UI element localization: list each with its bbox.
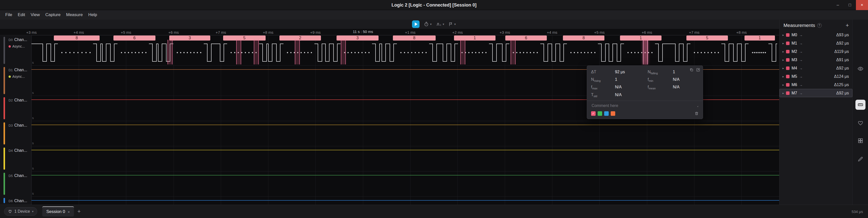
measurement-value: Δ124 μs — [834, 74, 849, 79]
menu-help[interactable]: Help — [86, 10, 100, 20]
measurement-row-m7[interactable]: ▸M7→Δ92 μs — [779, 89, 852, 97]
measurement-region-m2[interactable] — [254, 40, 259, 64]
timeline-ruler[interactable]: +3 ms+4 ms+5 ms+6 ms+7 ms+8 ms+9 ms11 s … — [0, 29, 779, 35]
start-capture-button[interactable] — [412, 20, 420, 28]
measurement-id: M5 — [792, 74, 797, 79]
analyzers-button[interactable] — [856, 136, 866, 146]
scale-mark: s — [32, 167, 34, 170]
channel-label-d0[interactable]: D0Chan...Async... — [0, 35, 31, 65]
measurement-region-m1[interactable] — [236, 40, 241, 64]
menu-edit[interactable]: Edit — [15, 10, 28, 20]
chevron-right-icon[interactable]: ▸ — [782, 33, 784, 37]
close-tab-icon[interactable]: × — [68, 210, 70, 214]
analyzer-data-bubble[interactable]: 5 — [223, 35, 266, 40]
device-selector[interactable]: 1 Device ▾ — [4, 207, 37, 216]
menu-file[interactable]: File — [2, 10, 15, 20]
channel-label-d5[interactable]: D5Chan... — [0, 171, 31, 196]
device-label: 1 Device — [14, 209, 30, 214]
add-session-button[interactable]: + — [78, 209, 81, 214]
menu-measure[interactable]: Measure — [63, 10, 86, 20]
tab-session-0[interactable]: Session 0 × — [42, 207, 74, 217]
measurement-row-m0[interactable]: ▸M0→Δ93 μs — [779, 31, 852, 39]
trash-icon — [694, 111, 699, 115]
color-swatch-2[interactable] — [604, 111, 609, 116]
notes-button[interactable] — [856, 154, 866, 164]
analyzer-data-bubble[interactable]: 1 — [620, 35, 661, 40]
chevron-right-icon[interactable]: ▸ — [782, 91, 784, 95]
chevron-right-icon[interactable]: ▸ — [782, 75, 784, 78]
channel-label-d1[interactable]: D1Chan...Async... — [0, 65, 31, 96]
gridline — [31, 35, 32, 205]
trigger-mode-button[interactable]: 1 ▾ — [436, 21, 444, 27]
measurement-row-m2[interactable]: ▸M2→Δ119 μs — [779, 47, 852, 56]
copy-icon[interactable] — [689, 68, 694, 72]
channel-analyzer[interactable]: Async... — [8, 44, 30, 48]
menu-view[interactable]: View — [28, 10, 43, 20]
minimize-button[interactable]: – — [832, 0, 844, 10]
measurement-region-m4[interactable] — [341, 40, 346, 64]
color-swatch-0[interactable]: ✓ — [591, 111, 596, 116]
channel-label-d6[interactable]: D6Chan... — [0, 196, 31, 205]
add-measurement-button[interactable]: + — [846, 23, 849, 28]
analyzer-data-bubble[interactable]: 8 — [563, 35, 604, 40]
analyzer-data-bubble[interactable]: 2 — [279, 35, 321, 40]
gridline — [505, 35, 505, 205]
help-icon[interactable]: ? — [817, 23, 822, 28]
analyzer-data-bubble[interactable]: 5 — [686, 35, 728, 40]
chevron-right-icon[interactable]: ▸ — [782, 50, 784, 53]
field-label: Nfalling — [648, 70, 673, 75]
delete-measurement-button[interactable] — [694, 111, 699, 115]
measurement-row-m6[interactable]: ▸M6→Δ125 μs — [779, 81, 852, 89]
capture-controls: ▾ 1 ▾ ▾ — [412, 20, 456, 29]
channel-label-d3[interactable]: D3Chan... — [0, 121, 31, 146]
measurement-arrow-icon: → — [799, 83, 803, 87]
analyzer-data-bubble[interactable]: 8 — [393, 35, 436, 40]
measurement-color-icon — [786, 91, 789, 95]
measurement-region-m3[interactable] — [295, 40, 300, 64]
popout-icon[interactable] — [696, 68, 700, 72]
timer-mode-button[interactable]: ▾ — [424, 21, 432, 27]
measurement-row-m1[interactable]: ▸M1→Δ92 μs — [779, 39, 852, 47]
measurement-region-m6[interactable] — [510, 40, 516, 64]
comment-row — [591, 101, 699, 108]
color-swatch-3[interactable] — [611, 111, 615, 116]
close-button[interactable]: × — [856, 0, 868, 10]
ruler-tick-label: +4 ms — [547, 30, 557, 34]
measurement-row-m4[interactable]: ▸M4→Δ92 μs — [779, 64, 852, 72]
channel-label-d4[interactable]: D4Chan... — [0, 146, 31, 171]
comment-input[interactable] — [591, 103, 693, 108]
measurement-row-m3[interactable]: ▸M3→Δ91 μs — [779, 56, 852, 64]
chevron-right-icon[interactable]: ▸ — [782, 42, 784, 45]
measurements-tab-button[interactable] — [856, 100, 866, 110]
gridline — [458, 35, 458, 205]
chevron-right-icon[interactable]: ▸ — [782, 66, 784, 70]
measurement-value: Δ92 μs — [836, 91, 849, 96]
channel-analyzer[interactable]: Async... — [8, 75, 30, 79]
channel-label-d2[interactable]: D2Chan... — [0, 96, 31, 121]
color-swatch-1[interactable] — [598, 111, 602, 116]
analyzer-dot-icon — [8, 45, 11, 48]
ruler-tick-label: +3 ms — [26, 30, 36, 34]
measurement-region-m7[interactable] — [643, 40, 648, 64]
measurement-arrow-icon: → — [799, 41, 803, 45]
measurement-color-icon — [786, 50, 789, 53]
capture-flag-button[interactable]: ▾ — [448, 21, 456, 27]
analyzer-data-bubble[interactable]: 1 — [744, 35, 775, 40]
analyzer-data-bubble[interactable]: 8 — [54, 35, 100, 40]
chevron-right-icon[interactable]: ▸ — [782, 58, 784, 62]
analyzer-label: Async... — [12, 75, 25, 79]
favorites-button[interactable] — [856, 118, 866, 128]
resize-icon[interactable] — [695, 104, 699, 108]
visibility-button[interactable] — [856, 64, 866, 74]
gridline — [126, 35, 126, 205]
measurement-region-m5[interactable] — [460, 40, 465, 64]
measurement-row-m5[interactable]: ▸M5→Δ124 μs — [779, 72, 852, 81]
analyzer-data-bubble[interactable]: 3 — [169, 35, 210, 40]
measurement-region-m0[interactable] — [167, 40, 173, 64]
chevron-right-icon[interactable]: ▸ — [782, 83, 784, 87]
analyzer-data-bubble[interactable]: 6 — [114, 35, 155, 40]
menu-capture[interactable]: Capture — [42, 10, 63, 20]
minimize-icon: – — [837, 2, 839, 7]
maximize-button[interactable]: □ — [844, 0, 856, 10]
trigger-icon: 1 — [436, 21, 442, 27]
